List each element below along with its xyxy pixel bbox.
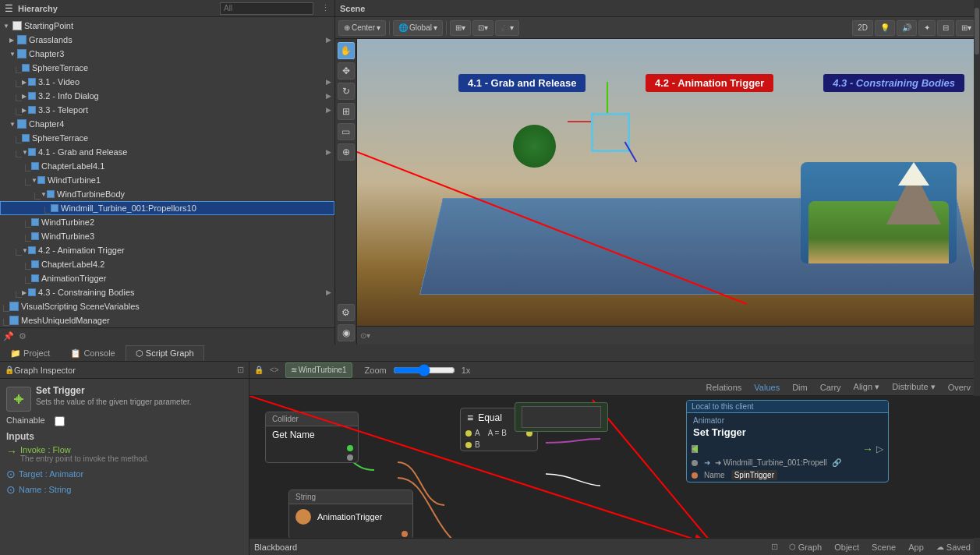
global-button[interactable]: 🌐 Global ▾ <box>393 20 443 36</box>
graph-icon: ⬡ <box>789 543 796 551</box>
tree-item-sphereterrace1[interactable]: SphereTerrace <box>0 61 334 75</box>
tree-item-windmill-turbine[interactable]: Windmill_Turbine_001:Propellors10 <box>0 201 334 215</box>
tree-item-animationtrigger[interactable]: AnimationTrigger <box>0 271 334 285</box>
scene-header: Scene <box>335 0 980 17</box>
port-label-a: A <box>475 429 480 437</box>
tree-item-32infodialog[interactable]: ▶ 3.2 - Info Dialog ▶ <box>0 89 334 103</box>
stats-button[interactable]: ⊟ <box>937 20 954 36</box>
distribute-btn[interactable]: Distribute ▾ <box>887 381 940 393</box>
string-node-body: AnimationTrigger <box>289 504 412 529</box>
pin-icon[interactable]: 📌 <box>3 331 14 341</box>
tree-item-41grab[interactable]: ▼ 4.1 - Grab and Release ▶ <box>0 145 334 159</box>
node-header-string: String <box>289 490 412 504</box>
grid-button[interactable]: ⊞▾ <box>450 20 471 36</box>
tree-item-windturbine3[interactable]: WindTurbine3 <box>0 229 334 243</box>
animator-node-header: Animator Set Trigger <box>687 413 888 441</box>
node-name: Set Trigger <box>36 385 192 396</box>
tab-console[interactable]: 📋 Console <box>60 345 125 361</box>
top-row: ☰ Hierarchy ⋮ ▼ StartingPoint <box>0 0 980 345</box>
light-button[interactable]: 💡 <box>875 20 895 36</box>
tree-item-43constraining[interactable]: ▶ 4.3 - Constraining Bodies ▶ <box>0 285 334 299</box>
hand-tool[interactable]: ✋ <box>338 42 355 59</box>
center-button[interactable]: ⊕ Center ▾ <box>338 20 386 36</box>
tree-item-chapter3[interactable]: ▼ Chapter3 <box>0 47 334 61</box>
inspector-content: Set Trigger Sets the value of the given … <box>0 379 249 507</box>
overview-btn[interactable]: Overv <box>943 382 975 393</box>
scene-btn[interactable]: Scene <box>867 542 900 553</box>
tree-item-chapter4[interactable]: ▼ Chapter4 <box>0 117 334 131</box>
graph-toolbar: 🔒 <> ≋ WindTurbine1 Zoom 1x <box>249 362 980 379</box>
port-dot-green <box>347 445 353 451</box>
camera-button[interactable]: 🎥▾ <box>495 20 519 36</box>
relations-btn[interactable]: Relations <box>701 382 746 393</box>
scene-bottom-icon: ⊙▾ <box>360 331 370 340</box>
island-object <box>801 162 957 263</box>
scene-toolbar: ⊕ Center ▾ 🌐 Global ▾ ⊞▾ ⊡▾ 🎥▾ 2D 💡 🔊 <box>335 17 980 39</box>
scrollbar-thumb[interactable] <box>975 8 979 55</box>
app-btn[interactable]: App <box>904 542 929 553</box>
object-btn[interactable]: Object <box>830 542 864 553</box>
port-dot-in <box>692 460 698 466</box>
tree-item-31video[interactable]: ▶ 3.1 - Video ▶ <box>0 75 334 89</box>
expand-arrow: ▼ <box>31 177 37 184</box>
port-string-out <box>289 529 412 538</box>
inspector-options[interactable]: ⊡ <box>237 365 244 375</box>
right-arrow-icon: ▶ <box>326 36 331 44</box>
context-tool[interactable]: ◉ <box>338 324 355 341</box>
chainable-checkbox[interactable] <box>55 416 65 426</box>
plant-object <box>513 125 556 168</box>
dim-btn[interactable]: Dim <box>787 382 812 393</box>
hierarchy-search[interactable] <box>220 2 313 15</box>
align-btn[interactable]: Align ▾ <box>849 381 885 393</box>
carry-btn[interactable]: Carry <box>815 382 846 393</box>
transform-tool[interactable]: ⊕ <box>338 143 355 161</box>
expand-arrow: ▶ <box>9 37 16 44</box>
animator-title: Set Trigger <box>693 426 882 438</box>
graph-btn[interactable]: ⬡ Graph <box>784 542 827 553</box>
target-field: ⊙ Target : Animator <box>6 468 242 480</box>
tree-item-chapterlabel42[interactable]: ChapterLabel4.2 <box>0 257 334 271</box>
values-btn[interactable]: Values <box>749 382 784 393</box>
scale-tool[interactable]: ⊞ <box>338 103 355 120</box>
port-ref-value: ➜ Windmill_Turbine_001:Propell <box>715 458 827 467</box>
tree-item-windturbine2[interactable]: WindTurbine2 <box>0 215 334 229</box>
saved-btn[interactable]: ☁ Saved <box>932 542 975 553</box>
tree-item-grasslands[interactable]: ▶ Grasslands ▶ <box>0 33 334 47</box>
hierarchy-panel: ☰ Hierarchy ⋮ ▼ StartingPoint <box>0 0 335 345</box>
tree-item-42animation[interactable]: ▼ 4.2 - Animation Trigger <box>0 243 334 257</box>
tree-item-sphereterrace2[interactable]: SphereTerrace <box>0 131 334 145</box>
cube-icon <box>31 218 39 226</box>
bottom-tabs: 📁 Project 📋 Console ⬡ Script Graph <box>0 345 980 362</box>
2d-button[interactable]: 2D <box>852 20 873 36</box>
move-tool[interactable]: ✥ <box>338 62 355 80</box>
settings-tool[interactable]: ⚙ <box>338 304 355 321</box>
tree-item-meshunique[interactable]: MeshUniqueldManager <box>0 313 334 327</box>
effects-button[interactable]: ✦ <box>918 20 936 36</box>
graph-bottom-bar: Blackboard ⊡ ⬡ Graph Object Scene App <box>249 538 980 555</box>
flow-next-icon: ▷ <box>876 444 883 454</box>
layers-button[interactable]: ⊡▾ <box>472 20 494 36</box>
audio-button[interactable]: 🔊 <box>897 20 917 36</box>
rotate-tool[interactable]: ↻ <box>338 83 355 100</box>
string-dot <box>295 509 311 525</box>
tree-item-33teleport[interactable]: ▶ 3.3 - Teleport ▶ <box>0 103 334 117</box>
expand-inspector-icon[interactable]: ⊡ <box>771 542 778 552</box>
cube-icon <box>31 162 39 170</box>
cube-icon <box>22 64 30 72</box>
scene-title: Scene <box>340 4 365 13</box>
tree-label: SphereTerrace <box>32 63 88 72</box>
tree-item-visualscripting[interactable]: VisualScripting SceneVariables <box>0 299 334 313</box>
options-icon[interactable]: ⚙ <box>19 331 27 341</box>
expand-arrow: ▶ <box>22 93 28 100</box>
rect-tool[interactable]: ▭ <box>338 123 355 140</box>
zoom-slider[interactable] <box>393 364 455 376</box>
tree-item-chapterlabel41[interactable]: ChapterLabel4.1 <box>0 159 334 173</box>
tree-item-windturbine1[interactable]: ▼ WindTurbine1 <box>0 173 334 187</box>
chevron-icon: ▾ <box>433 23 437 32</box>
hierarchy-options-icon[interactable]: ⋮ <box>321 3 330 13</box>
tab-project[interactable]: 📁 Project <box>0 345 60 361</box>
wind-turbine-selector[interactable]: ≋ WindTurbine1 <box>285 362 352 378</box>
tree-item-windturbinebody[interactable]: ▼ WindTurbineBody <box>0 187 334 201</box>
tree-item-startingpoint[interactable]: ▼ StartingPoint <box>0 19 334 33</box>
tab-script-graph[interactable]: ⬡ Script Graph <box>126 345 204 361</box>
